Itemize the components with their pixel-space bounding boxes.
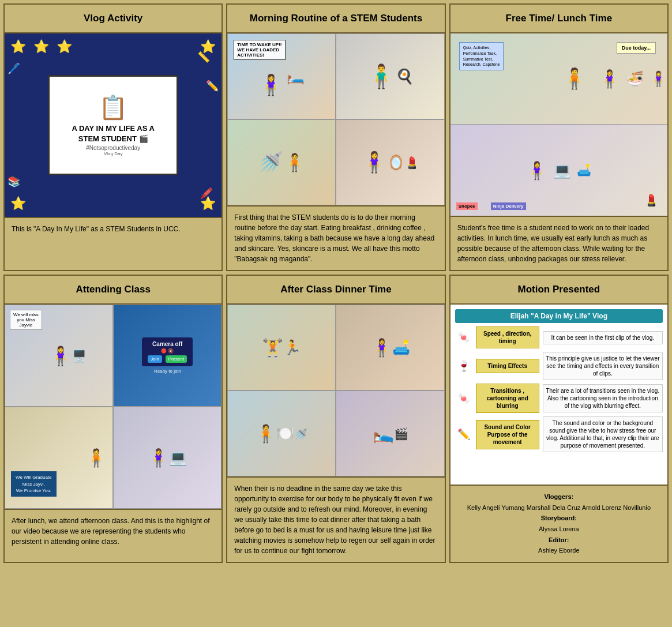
motion-presented-cell: Motion Presented Elijah "A Day in My Lif… xyxy=(449,275,669,563)
vlog-day: Vlog Day xyxy=(104,151,122,156)
pen-deco: ✏️ xyxy=(206,80,219,92)
attending-class-image: We will missyou MissJayvie 🧍‍♀️ 🖥️ Camer… xyxy=(5,305,222,510)
laptop-icon: 💻 xyxy=(553,162,571,179)
laptop-class: 💻 xyxy=(169,449,187,466)
dinner-scene: 🏋️ 🏃 🧍‍♀️ 🛋️ 🧍 🍽️ 🚿 🛌 🎬 xyxy=(227,305,444,476)
present-btn[interactable]: Present xyxy=(166,355,187,363)
ready-label: Ready to join xyxy=(154,369,181,374)
skincare-icon: 💄 xyxy=(405,156,419,170)
book-deco: 📚 xyxy=(7,175,20,188)
vlog-hashtag: #Notsoproductiveday xyxy=(86,145,140,151)
freetime-scene: Quiz, Activities,Performance Task,Summat… xyxy=(450,33,667,216)
attending-class-header: Attending Class xyxy=(5,276,222,305)
person-1: 🧍‍♀️ xyxy=(258,73,284,97)
sleep-person: 🛌 xyxy=(373,423,394,444)
exercise-person-1: 🏋️ xyxy=(262,337,283,358)
vlog-activity-header: Vlog Activity xyxy=(5,5,222,33)
student-2: 🧍‍♀️ xyxy=(599,69,620,89)
freetime-cell: Free Time/ Lunch Time Quiz, Activities,P… xyxy=(449,3,669,271)
kitchen-icon: 🍳 xyxy=(396,68,414,85)
freetime-top: Quiz, Activities,Performance Task,Summat… xyxy=(450,33,667,125)
vlog-main-title: A DAY IN MY LIFE AS ASTEM STUDENT 🎬 xyxy=(72,123,155,144)
person-3: 🧍 xyxy=(284,152,305,172)
vlog-scene: ⭐ ⭐ ⭐ ⭐ ⭐ ⭐ 🖊️ ✏️ 📚 📏 🖍️ 📋 A DAY IN MY L… xyxy=(5,33,222,217)
star-deco-5: ⭐ xyxy=(10,196,26,211)
sofa-icon: 🛋️ xyxy=(577,163,591,177)
star-deco-1: ⭐ xyxy=(10,39,26,54)
motion-icon-2: 🍷 xyxy=(455,360,472,373)
join-btn[interactable]: Join xyxy=(148,355,162,363)
after-class-image: 🏋️ 🏃 🧍‍♀️ 🛋️ 🧍 🍽️ 🚿 🛌 🎬 xyxy=(227,305,444,478)
motion-vlog-header: Elijah "A Day in My Life" Vlog xyxy=(455,309,663,323)
motion-desc-1: It can be seen in the first clip of the … xyxy=(543,331,663,344)
mirror-icon: 🪞 xyxy=(387,154,405,171)
morning-routine-header: Morning Routine of a STEM Students xyxy=(227,5,444,33)
motion-label-2: Timing Effects xyxy=(476,359,539,373)
motion-icon-4: ✏️ xyxy=(455,428,472,441)
morning-routine-text: First thing that the STEM students do is… xyxy=(227,207,444,270)
vlog-activity-text: This is "A Day In My Life" as a STEM Stu… xyxy=(5,218,222,270)
star-deco-3: ⭐ xyxy=(57,39,72,54)
shopee-label: Shopee xyxy=(456,202,478,210)
dinner-person: 🧍 xyxy=(255,423,276,444)
row-2-grid: Attending Class We will missyou MissJayv… xyxy=(0,275,672,566)
freetime-header: Free Time/ Lunch Time xyxy=(450,5,667,33)
after-class-text: When their is no deadline in the same da… xyxy=(227,478,444,562)
freetime-image: Quiz, Activities,Performance Task,Summat… xyxy=(450,33,667,217)
class-scene: We will missyou MissJayvie 🧍‍♀️ 🖥️ Camer… xyxy=(5,305,222,509)
wakeup-text: TIME TO WAKE UP!!WE HAVE LOADEDACTIVITIE… xyxy=(234,40,285,60)
sofa-2: 🛋️ xyxy=(392,339,410,356)
class-sub-2: Camera off 🔴 🔇 Join Present Ready to joi… xyxy=(113,305,222,407)
motion-icon-1: 🍬 xyxy=(455,331,472,344)
attending-class-text: After lunch, we attend afternoon class. … xyxy=(5,510,222,562)
vloggers-names: Kelly Angeli Yumang Marshall Dela Cruz A… xyxy=(467,504,651,511)
motion-label-4: Sound and Color Purpose of the movement xyxy=(476,420,539,449)
motion-row-4: ✏️ Sound and Color Purpose of the moveme… xyxy=(455,416,663,452)
student-class-3: 🧍‍♀️ xyxy=(148,448,169,468)
motion-row-3: 🍬 Transitions , cartooning and blurring … xyxy=(455,384,663,413)
shower-icon: 🚿 xyxy=(258,151,284,174)
motion-label-3: Transitions , cartooning and blurring xyxy=(476,384,539,413)
morning-routine-cell: Morning Routine of a STEM Students TIME … xyxy=(226,3,445,271)
morning-sub-1: TIME TO WAKE UP!!WE HAVE LOADEDACTIVITIE… xyxy=(227,33,336,119)
movie-icon: 🎬 xyxy=(394,427,408,441)
motion-scene: Elijah "A Day in My Life" Vlog 🍬 Speed ,… xyxy=(450,305,667,460)
pencil-deco: 🖍️ xyxy=(200,187,213,200)
graduate-sign: We Will GraduateMiss Jayvi,We Promise Yo… xyxy=(11,471,57,497)
freetime-text: Student's free time is a student need to… xyxy=(450,217,667,270)
credits-section: Vloggers: Kelly Angeli Yumang Marshall D… xyxy=(450,486,667,562)
vloggers-label: Vloggers: xyxy=(544,493,573,500)
motion-presented-image: Elijah "A Day in My Life" Vlog 🍬 Speed ,… xyxy=(450,305,667,486)
student-class-2: 🧍 xyxy=(85,448,107,468)
ninja-label: Ninja Delivery xyxy=(491,202,526,210)
person-2: 🧍‍♂️ xyxy=(367,63,396,90)
class-sub-1: We will missyou MissJayvie 🧍‍♀️ 🖥️ xyxy=(5,305,113,407)
due-label: Due today... xyxy=(617,42,656,54)
motion-desc-3: Their are a lot of transitions seen in t… xyxy=(543,384,663,412)
food-icon: 🍜 xyxy=(626,70,644,87)
vlog-activity-cell: Vlog Activity ⭐ ⭐ ⭐ ⭐ ⭐ ⭐ 🖊️ ✏️ 📚 📏 🖍️ 📋… xyxy=(3,3,223,271)
desk-icon: 🖥️ xyxy=(72,349,87,363)
bath-icon: 🚿 xyxy=(294,427,309,441)
vlog-inner-box: 📋 A DAY IN MY LIFE AS ASTEM STUDENT 🎬 #N… xyxy=(48,75,178,176)
morning-sub-4: 🧍‍♀️ 🪞 💄 xyxy=(336,119,444,205)
morning-scene: TIME TO WAKE UP!!WE HAVE LOADEDACTIVITIE… xyxy=(227,33,444,205)
motion-icon-3: 🍬 xyxy=(455,392,472,405)
task-list: Quiz, Activities,Performance Task,Summat… xyxy=(459,42,504,70)
motion-desc-4: The sound and color or the background so… xyxy=(543,416,663,452)
star-deco-2: ⭐ xyxy=(33,39,49,54)
camera-off-box: Camera off 🔴 🔇 Join Present xyxy=(142,337,193,366)
motion-row-2: 🍷 Timing Effects This principle give us … xyxy=(455,352,663,380)
editor-label: Editor: xyxy=(549,536,569,543)
dinner-icon: 🍽️ xyxy=(276,425,294,442)
student-3: 🧍‍♀️ xyxy=(650,70,667,87)
camera-off-text: Camera off xyxy=(148,341,187,347)
morning-routine-image: TIME TO WAKE UP!!WE HAVE LOADEDACTIVITIE… xyxy=(227,33,444,207)
editor-name: Ashley Eborde xyxy=(538,547,580,554)
morning-sub-2: 🧍‍♂️ 🍳 xyxy=(336,33,444,119)
class-sub-3: We Will GraduateMiss Jayvi,We Promise Yo… xyxy=(5,407,113,509)
motion-presented-header: Motion Presented xyxy=(450,276,667,305)
treadmill-icon: 🏃 xyxy=(283,339,301,356)
person-sofa: 🧍‍♀️ xyxy=(371,337,392,358)
person-4: 🧍‍♀️ xyxy=(362,151,387,174)
